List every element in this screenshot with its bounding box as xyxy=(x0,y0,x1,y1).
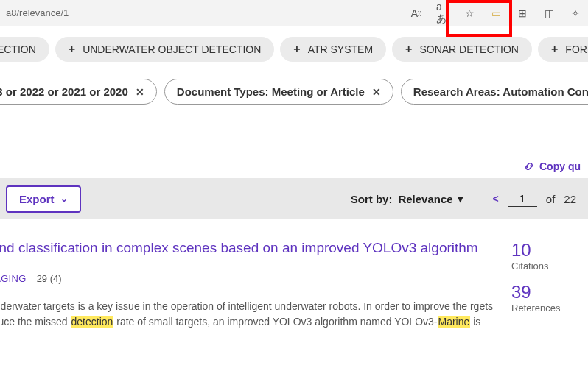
highlight-span: detection xyxy=(71,316,114,328)
result-stats: 10 Citations 39 References xyxy=(511,238,578,330)
page-of-label: of xyxy=(546,193,556,205)
active-filters: 23 or 2022 or 2021 or 2020✕ Document Typ… xyxy=(0,72,588,110)
pagination: < of 22 xyxy=(493,191,576,207)
result-main: tion and classification in complex scene… xyxy=(0,238,511,330)
chevron-down-icon: ⌄ xyxy=(60,194,68,204)
page-total: 22 xyxy=(564,193,576,205)
journal-link[interactable]: NIC IMAGING xyxy=(0,273,27,284)
citations-label: Citations xyxy=(511,261,578,272)
plus-icon: + xyxy=(69,43,75,56)
result-title[interactable]: tion and classification in complex scene… xyxy=(0,238,494,258)
search-result: tion and classification in complex scene… xyxy=(0,219,588,330)
highlight-span: Marine xyxy=(438,316,471,328)
topic-suggestions: ETECTION +UNDERWATER OBJECT DETECTION +A… xyxy=(0,26,588,72)
sort-dropdown[interactable]: Relevance ▾ xyxy=(398,192,463,205)
result-snippet: on of underwater targets is a key issue … xyxy=(0,299,494,330)
plus-icon: + xyxy=(551,43,558,56)
folder-icon[interactable]: ▭ xyxy=(489,7,503,20)
close-icon[interactable]: ✕ xyxy=(136,86,144,98)
split-screen-icon[interactable]: ◫ xyxy=(542,7,556,20)
browser-icons: A)) aあ ☆ ▭ ⊞ ◫ ✧ xyxy=(410,7,582,20)
plus-icon: + xyxy=(405,43,412,56)
result-meta: NIC IMAGING 29 (4) xyxy=(0,273,494,284)
translate-icon[interactable]: aあ xyxy=(436,7,449,20)
sort-control: Sort by: Relevance ▾ xyxy=(351,192,463,205)
prev-page-button[interactable]: < xyxy=(493,193,499,205)
topic-pill[interactable]: +ATR SYSTEM xyxy=(280,37,386,62)
topic-pill[interactable]: +FOR xyxy=(538,37,588,62)
plus-icon: + xyxy=(293,43,300,56)
link-icon xyxy=(523,160,535,172)
filter-pill[interactable]: Research Areas: Automation Control Syste xyxy=(401,79,588,105)
references-label: References xyxy=(511,303,578,314)
extensions-icon[interactable]: ⊞ xyxy=(516,7,529,20)
sort-label: Sort by: xyxy=(351,193,393,205)
topic-pill[interactable]: +SONAR DETECTION xyxy=(392,37,532,62)
close-icon[interactable]: ✕ xyxy=(372,86,381,98)
copy-query-row: Copy qu xyxy=(0,158,588,178)
url-fragment: a8/relevance/1 xyxy=(6,7,69,18)
volume-text: 29 (4) xyxy=(37,273,62,284)
export-button[interactable]: Export ⌄ xyxy=(6,185,81,213)
filter-pill[interactable]: 23 or 2022 or 2021 or 2020✕ xyxy=(0,79,157,105)
results-toolbar: Export ⌄ Sort by: Relevance ▾ < of 22 xyxy=(0,178,588,219)
collections-icon[interactable]: ✧ xyxy=(569,7,582,20)
citations-count[interactable]: 10 xyxy=(511,240,578,261)
topic-pill[interactable]: +UNDERWATER OBJECT DETECTION xyxy=(55,37,275,62)
browser-toolbar: a8/relevance/1 A)) aあ ☆ ▭ ⊞ ◫ ✧ xyxy=(0,0,588,26)
filter-pill[interactable]: Document Types: Meeting or Article✕ xyxy=(164,79,393,105)
caret-down-icon: ▾ xyxy=(458,192,463,205)
copy-query-link[interactable]: Copy qu xyxy=(523,160,581,172)
favorite-icon[interactable]: ☆ xyxy=(463,7,476,20)
page-input[interactable] xyxy=(508,191,537,207)
topic-pill[interactable]: ETECTION xyxy=(0,37,49,62)
read-aloud-icon[interactable]: A)) xyxy=(410,7,423,20)
references-count[interactable]: 39 xyxy=(511,282,578,303)
